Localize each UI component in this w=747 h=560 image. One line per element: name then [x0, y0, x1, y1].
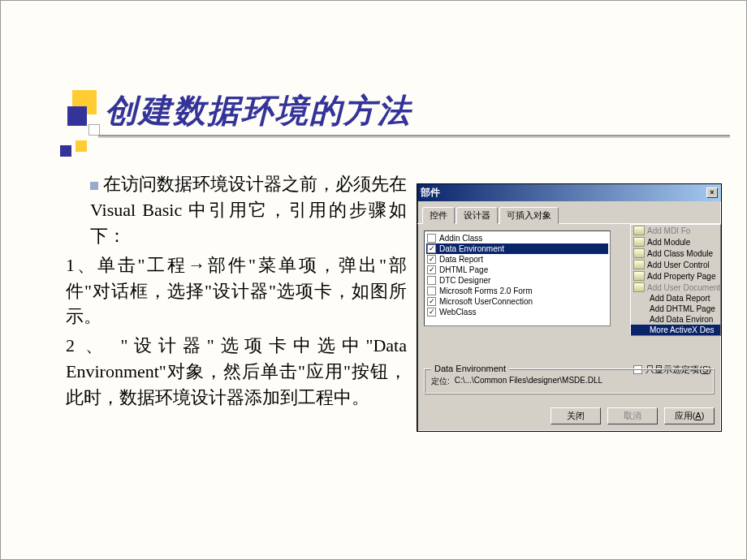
list-item-label: Microsoft Forms 2.0 Form	[439, 286, 532, 296]
menu-item-label: Add User Control	[647, 261, 710, 269]
designer-listbox[interactable]: Addin Class✓Data Environment✓Data Report…	[424, 230, 611, 326]
title-underline	[98, 135, 730, 136]
close-button[interactable]: 关闭	[551, 407, 601, 424]
menu-item[interactable]: Add DHTML Page	[631, 304, 720, 314]
list-item[interactable]: ✓Microsoft UserConnection	[426, 296, 608, 307]
deco-square-white	[89, 124, 100, 136]
list-item-label: DHTML Page	[439, 265, 488, 275]
cancel-button: 取消	[607, 407, 658, 424]
menu-item-label: Add Data Environ	[650, 315, 713, 324]
menu-item-label: Add MDI Fo	[647, 226, 690, 235]
apply-button[interactable]: 应用(A)	[664, 407, 715, 424]
close-icon[interactable]: ×	[706, 187, 718, 198]
list-item[interactable]: ✓DHTML Page	[426, 265, 608, 275]
list-item[interactable]: ✓Data Report	[426, 254, 608, 265]
list-item-label: Microsoft UserConnection	[439, 296, 533, 307]
dialog-title: 部件	[421, 186, 440, 200]
slide: 创建数据环境的方法 在访问数据环境设计器之前，必须先在 Visual Basic…	[0, 0, 747, 560]
tab-controls[interactable]: 控件	[422, 207, 455, 224]
group-title: Data Environment	[431, 364, 509, 373]
menu-item[interactable]: Add Data Environ	[631, 314, 720, 325]
list-item-label: DTC Designer	[439, 275, 490, 286]
checkbox-icon[interactable]: ✓	[427, 265, 436, 274]
menu-item: Add MDI Fo	[631, 225, 720, 236]
deco-square-blue-small	[60, 145, 71, 157]
checkbox-icon[interactable]: ✓	[427, 255, 436, 264]
menu-item-label: Add Data Report	[650, 294, 710, 303]
step1-text: 1、单击"工程→部件"菜单项，弹出"部件"对话框，选择"设计器"选项卡，如图所示…	[66, 252, 407, 330]
checkbox-icon[interactable]	[427, 286, 436, 295]
menu-item-label: More ActiveX Des	[650, 325, 714, 334]
checkbox-icon[interactable]	[427, 234, 436, 243]
list-item[interactable]: DTC Designer	[426, 275, 608, 286]
tab-strip: 控件 设计器 可插入对象	[417, 201, 721, 224]
checkbox-icon[interactable]: ✓	[427, 244, 436, 253]
deco-square-yellow-small	[76, 140, 87, 152]
location-groupbox: Data Environment 定位: C:\...\Common Files…	[424, 368, 715, 394]
context-menu: Add MDI FoAdd ModuleAdd Class ModuleAdd …	[630, 224, 721, 336]
menu-item[interactable]: Add Class Module	[631, 248, 720, 259]
menu-item[interactable]: Add Data Report	[631, 293, 720, 304]
list-item[interactable]: Addin Class	[426, 233, 608, 243]
list-item-label: Data Report	[439, 254, 483, 265]
list-item[interactable]: ✓Data Environment	[426, 243, 608, 254]
bullet-icon	[90, 182, 98, 190]
menu-item-label: Add Class Module	[647, 249, 713, 258]
tab-designers[interactable]: 设计器	[456, 207, 498, 224]
components-dialog: 部件 × 控件 设计器 可插入对象 Addin Class✓Data Envir…	[417, 183, 722, 432]
location-label: 定位:	[431, 376, 450, 387]
list-item[interactable]: Microsoft Forms 2.0 Form	[426, 286, 608, 296]
list-item-label: Data Environment	[439, 243, 504, 254]
location-value: C:\...\Common Files\designer\MSDE.DLL	[455, 376, 602, 387]
menu-item[interactable]: Add Property Page	[631, 270, 720, 282]
module-icon	[633, 248, 645, 258]
list-item-label: WebClass	[439, 307, 476, 317]
menu-item[interactable]: Add Module	[631, 236, 720, 248]
slide-title: 创建数据环境的方法	[105, 88, 412, 133]
menu-item-label: Add Property Page	[647, 272, 716, 281]
menu-item: Add User Document	[631, 282, 720, 293]
dialog-body: Addin Class✓Data Environment✓Data Report…	[417, 224, 721, 401]
deco-square-blue-large	[67, 106, 87, 126]
checkbox-icon[interactable]: ✓	[427, 308, 436, 317]
step2-text: 2 、 "设计器"选项卡中选中"Data Environment"对象，然后单击…	[66, 333, 407, 411]
checkbox-icon[interactable]: ✓	[427, 297, 436, 306]
slide-body: 在访问数据环境设计器之前，必须先在 Visual Basic 中引用它，引用的步…	[66, 171, 407, 414]
module-icon	[633, 282, 645, 292]
list-item-label: Addin Class	[439, 233, 482, 243]
module-icon	[633, 226, 645, 235]
menu-item[interactable]: Add User Control	[631, 259, 720, 270]
module-icon	[633, 271, 645, 281]
dialog-titlebar[interactable]: 部件 ×	[417, 184, 721, 201]
checkbox-icon[interactable]	[427, 276, 436, 285]
module-icon	[633, 237, 645, 247]
menu-item-label: Add Module	[647, 238, 690, 247]
intro-text: 在访问数据环境设计器之前，必须先在 Visual Basic 中引用它，引用的步…	[90, 174, 407, 246]
dialog-buttons: 关闭 取消 应用(A)	[417, 401, 721, 431]
menu-item-label: Add DHTML Page	[650, 304, 715, 313]
module-icon	[633, 260, 645, 269]
menu-item[interactable]: More ActiveX Des	[631, 325, 720, 335]
tab-insertable[interactable]: 可插入对象	[499, 207, 559, 224]
list-item[interactable]: ✓WebClass	[426, 307, 608, 317]
menu-item-label: Add User Document	[647, 283, 720, 292]
